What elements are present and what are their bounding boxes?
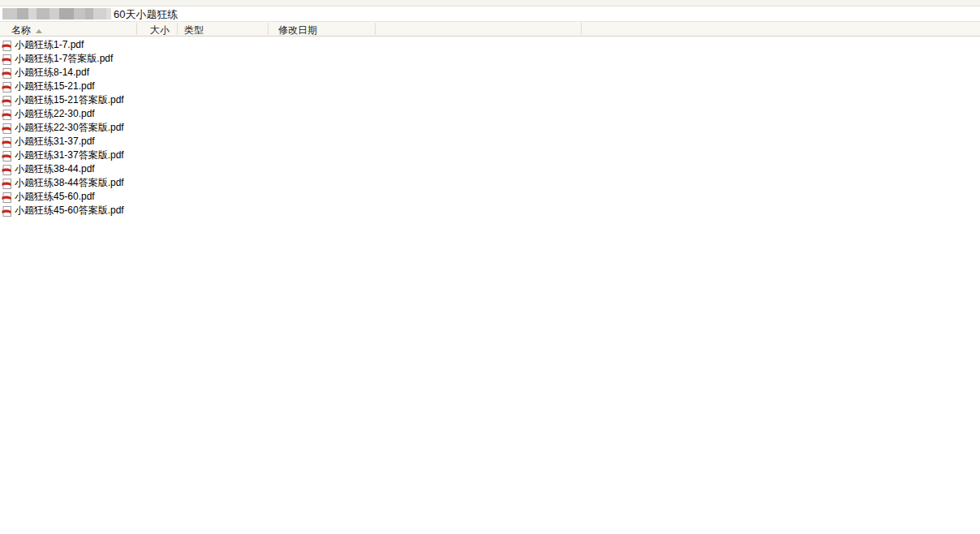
file-name: 小题狂练1-7答案版.pdf — [15, 52, 113, 66]
file-row[interactable]: 小题狂练45-60.pdf — [0, 190, 136, 204]
explorer-address-bar[interactable]: 60天小题狂练 — [0, 6, 980, 21]
file-row[interactable]: 小题狂练1-7.pdf — [0, 38, 136, 52]
pdf-file-icon — [2, 109, 12, 119]
pdf-file-icon — [2, 81, 12, 92]
file-name: 小题狂练45-60.pdf — [15, 190, 95, 204]
file-list: 小题狂练1-7.pdf 小题狂练1-7答案版.pdf 小题狂练8-14.pdf … — [0, 38, 136, 217]
pdf-file-icon — [2, 54, 12, 64]
pdf-file-icon — [2, 178, 12, 188]
column-header-name[interactable]: 名称 — [11, 24, 42, 37]
file-name: 小题狂练38-44.pdf — [15, 162, 95, 176]
file-row[interactable]: 小题狂练22-30答案版.pdf — [0, 121, 136, 135]
explorer-toolbar-edge — [0, 0, 980, 6]
pdf-file-icon — [2, 40, 12, 50]
file-name: 小题狂练8-14.pdf — [15, 66, 89, 80]
file-name: 小题狂练15-21答案版.pdf — [15, 93, 124, 107]
desktop: 60天小题狂练 名称 大小 类型 修改日期 小题狂练1-7.pdf 小题狂练1-… — [0, 0, 980, 534]
column-header-size[interactable]: 大小 — [150, 24, 170, 37]
file-name: 小题狂练22-30答案版.pdf — [15, 121, 124, 135]
pdf-file-icon — [2, 192, 12, 202]
file-row[interactable]: 小题狂练8-14.pdf — [0, 66, 136, 80]
sort-ascending-icon — [36, 29, 42, 33]
redacted-path-mosaic — [2, 8, 111, 19]
column-divider[interactable] — [136, 23, 137, 35]
file-row[interactable]: 小题狂练15-21答案版.pdf — [0, 93, 136, 107]
file-name: 小题狂练22-30.pdf — [15, 107, 95, 121]
file-name: 小题狂练38-44答案版.pdf — [15, 176, 124, 190]
pdf-file-icon — [2, 150, 12, 161]
file-row[interactable]: 小题狂练31-37答案版.pdf — [0, 149, 136, 162]
file-row[interactable]: 小题狂练15-21.pdf — [0, 80, 136, 93]
column-header-row: 名称 大小 类型 修改日期 — [0, 21, 980, 37]
column-header-type[interactable]: 类型 — [184, 24, 204, 37]
file-row[interactable]: 小题狂练1-7答案版.pdf — [0, 52, 136, 66]
column-divider[interactable] — [581, 23, 582, 35]
column-divider[interactable] — [268, 23, 269, 35]
file-explorer-window: 60天小题狂练 名称 大小 类型 修改日期 小题狂练1-7.pdf 小题狂练1-… — [0, 0, 980, 534]
folder-name: 60天小题狂练 — [114, 7, 178, 22]
file-name: 小题狂练45-60答案版.pdf — [15, 204, 124, 217]
file-name: 小题狂练15-21.pdf — [15, 80, 95, 93]
column-header-modified[interactable]: 修改日期 — [278, 24, 317, 37]
file-row[interactable]: 小题狂练38-44.pdf — [0, 162, 136, 176]
file-name: 小题狂练31-37答案版.pdf — [15, 149, 124, 162]
column-divider[interactable] — [375, 23, 376, 35]
column-divider[interactable] — [177, 23, 178, 35]
file-row[interactable]: 小题狂练45-60答案版.pdf — [0, 204, 136, 217]
pdf-file-icon — [2, 205, 12, 216]
file-row[interactable]: 小题狂练38-44答案版.pdf — [0, 176, 136, 190]
file-row[interactable]: 小题狂练31-37.pdf — [0, 135, 136, 149]
pdf-file-icon — [2, 123, 12, 133]
pdf-file-icon — [2, 136, 12, 147]
file-name: 小题狂练31-37.pdf — [15, 135, 95, 149]
pdf-file-icon — [2, 67, 12, 78]
pdf-file-icon — [2, 164, 12, 174]
file-row[interactable]: 小题狂练22-30.pdf — [0, 107, 136, 121]
pdf-file-icon — [2, 95, 12, 106]
file-name: 小题狂练1-7.pdf — [15, 38, 84, 52]
